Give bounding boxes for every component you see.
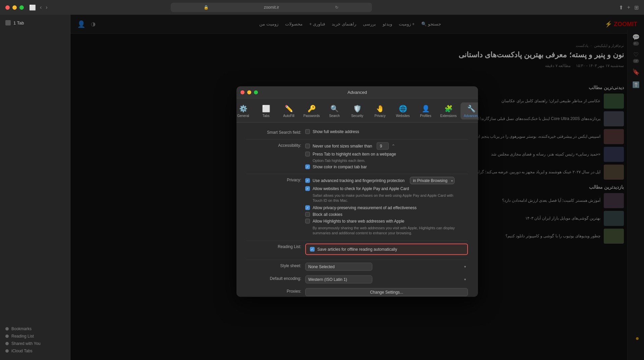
toolbar-item-websites[interactable]: 🌐 Websites bbox=[392, 103, 414, 120]
sidebar-item-shared[interactable]: Shared with You bbox=[5, 341, 65, 346]
privacy-row: Privacy: Use advanced tracking and finge… bbox=[247, 177, 468, 236]
encoding-dropdown-wrap: Western (ISO Latin 1) ▾ bbox=[305, 275, 468, 283]
back-icon[interactable]: ‹ bbox=[40, 4, 42, 10]
dialog-maximize-button[interactable] bbox=[254, 90, 258, 94]
acc-option1-checkbox[interactable] bbox=[305, 144, 310, 148]
toolbar-item-passwords[interactable]: 🔑 Passwords bbox=[301, 103, 322, 120]
privacy-option4-checkbox[interactable] bbox=[305, 212, 310, 217]
close-button[interactable] bbox=[5, 5, 10, 10]
style-sheet-label: Style sheet: bbox=[247, 262, 305, 268]
security-icon: 🛡️ bbox=[353, 105, 362, 113]
autofill-label: AutoFill bbox=[283, 114, 294, 118]
privacy-option1-checkbox[interactable] bbox=[305, 178, 310, 183]
privacy-option5-row: Allow Highlights to share web addresses … bbox=[305, 219, 468, 223]
sidebar-toggle-icon[interactable]: ⬜ bbox=[29, 4, 36, 11]
new-tab-icon[interactable]: + bbox=[627, 4, 630, 10]
security-label: Security bbox=[351, 114, 363, 118]
style-sheet-select[interactable]: None Selected bbox=[305, 262, 372, 271]
general-icon: ⚙️ bbox=[239, 105, 248, 113]
advanced-icon: 🔧 bbox=[467, 105, 476, 113]
titlebar-right: ⬆ + ⊞ bbox=[619, 4, 639, 11]
smart-search-checkbox[interactable] bbox=[305, 129, 310, 134]
accessibility-control: Never use font sizes smaller than ⌃ Pres… bbox=[305, 142, 468, 169]
privacy-dropdown-wrap: in Private Browsing Always Never ▾ bbox=[410, 177, 454, 184]
extensions-icon: 🧩 bbox=[444, 105, 453, 113]
privacy-option5-checkbox[interactable] bbox=[305, 219, 310, 223]
toolbar-item-autofill[interactable]: ✏️ AutoFill bbox=[278, 103, 300, 120]
dialog-titlebar: Advanced bbox=[236, 86, 478, 99]
forward-icon[interactable]: › bbox=[46, 4, 47, 10]
reading-list-control: Save articles for offline reading automa… bbox=[305, 243, 468, 255]
font-size-input[interactable] bbox=[377, 142, 389, 150]
toolbar-item-advanced[interactable]: 🔧 Advanced bbox=[461, 103, 478, 120]
sidebar-item-reading-list[interactable]: Reading List bbox=[5, 334, 65, 339]
toolbar-item-search[interactable]: 🔍 Search bbox=[324, 103, 345, 120]
websites-label: Websites bbox=[396, 114, 410, 118]
style-sheet-row: Style sheet: None Selected ▾ bbox=[247, 262, 468, 271]
acc-option2-label: Press Tab to highlight each item on a we… bbox=[313, 152, 396, 157]
tab-label: 1 Tab bbox=[13, 20, 24, 25]
acc-option3-checkbox[interactable] bbox=[305, 165, 310, 169]
smart-search-label: Smart Search field: bbox=[247, 129, 305, 135]
sidebar-item-icloud[interactable]: iCloud Tabs bbox=[5, 349, 65, 353]
bookmarks-icon bbox=[5, 327, 9, 331]
titlebar: ⬜ ‹ › 🔒 zoomit.ir ↻ ⬆ + ⊞ bbox=[0, 0, 644, 15]
sidebar-item-bookmarks[interactable]: Bookmarks bbox=[5, 326, 65, 331]
acc-option3-row: Show color in compact tab bar bbox=[305, 165, 468, 169]
sidebar-right-icon[interactable]: ⊞ bbox=[634, 4, 639, 11]
shared-label: Shared with You bbox=[11, 341, 41, 346]
encoding-control: Western (ISO Latin 1) ▾ bbox=[305, 275, 468, 283]
maximize-button[interactable] bbox=[19, 5, 24, 10]
privacy-option3-checkbox[interactable] bbox=[305, 205, 310, 210]
reading-list-highlighted-section: Save articles for offline reading automa… bbox=[305, 243, 468, 255]
toolbar-item-security[interactable]: 🛡️ Security bbox=[346, 103, 368, 120]
reload-icon[interactable]: ↻ bbox=[306, 5, 368, 10]
icloud-icon bbox=[5, 349, 9, 353]
privacy-option2-checkbox[interactable] bbox=[305, 186, 310, 191]
style-sheet-dropdown-wrap: None Selected ▾ bbox=[305, 262, 468, 271]
privacy-label: Privacy bbox=[375, 114, 386, 118]
sidebar-footer: Bookmarks Reading List Shared with You i… bbox=[0, 322, 70, 357]
reading-list-icon bbox=[5, 335, 9, 338]
dialog-close-button[interactable] bbox=[240, 90, 245, 94]
traffic-lights bbox=[5, 5, 24, 10]
privacy-option3-label: Allow privacy-preserving measurement of … bbox=[313, 205, 417, 210]
dialog-minimize-button[interactable] bbox=[247, 90, 251, 94]
url-text: zoomit.ir bbox=[240, 5, 303, 10]
privacy-label: Privacy: bbox=[247, 177, 305, 182]
minimize-button[interactable] bbox=[12, 5, 17, 10]
share-icon[interactable]: ⬆ bbox=[619, 4, 623, 11]
sidebar-tab-1tab[interactable]: 1 Tab bbox=[0, 17, 70, 28]
tabs-label: Tabs bbox=[262, 114, 269, 118]
search-label: Search bbox=[329, 114, 340, 118]
font-size-stepper[interactable]: ⌃ bbox=[391, 143, 395, 149]
toolbar-item-privacy[interactable]: 🤚 Privacy bbox=[369, 103, 391, 120]
toolbar-item-profiles[interactable]: 👤 Profiles bbox=[415, 103, 436, 120]
websites-icon: 🌐 bbox=[399, 105, 407, 113]
reading-list-label: Reading List: bbox=[247, 243, 305, 249]
toolbar-item-tabs[interactable]: ⬜ Tabs bbox=[255, 103, 277, 120]
toolbar-item-general[interactable]: ⚙️ General bbox=[236, 103, 254, 120]
autofill-icon: ✏️ bbox=[285, 105, 293, 113]
toolbar-item-extensions[interactable]: 🧩 Extensions bbox=[438, 103, 459, 120]
privacy-option5-label: Allow Highlights to share web addresses … bbox=[313, 219, 404, 223]
proxies-control: Change Settings... bbox=[305, 288, 468, 296]
general-label: General bbox=[237, 114, 249, 118]
privacy-dropdown-select[interactable]: in Private Browsing Always Never bbox=[410, 177, 454, 184]
encoding-select[interactable]: Western (ISO Latin 1) bbox=[305, 275, 372, 283]
profiles-icon: 👤 bbox=[422, 105, 430, 113]
proxies-change-settings-button[interactable]: Change Settings... bbox=[305, 288, 468, 296]
acc-option2-checkbox[interactable] bbox=[305, 152, 310, 157]
reading-list-label: Reading List bbox=[11, 334, 34, 339]
window-controls: ⬜ ‹ › bbox=[29, 4, 48, 11]
reading-list-checkbox[interactable] bbox=[310, 247, 315, 251]
privacy-option3-row: Allow privacy-preserving measurement of … bbox=[305, 205, 468, 210]
divider2 bbox=[247, 174, 468, 174]
smart-search-option-label: Show full website address bbox=[313, 129, 359, 134]
accessibility-label: Accessibility: bbox=[247, 142, 305, 148]
profiles-label: Profiles bbox=[420, 114, 431, 118]
reading-list-option-label: Save articles for offline reading automa… bbox=[317, 247, 397, 251]
url-bar[interactable]: 🔒 zoomit.ir ↻ bbox=[171, 3, 372, 12]
divider bbox=[247, 139, 468, 140]
lock-icon: 🔒 bbox=[175, 5, 237, 10]
